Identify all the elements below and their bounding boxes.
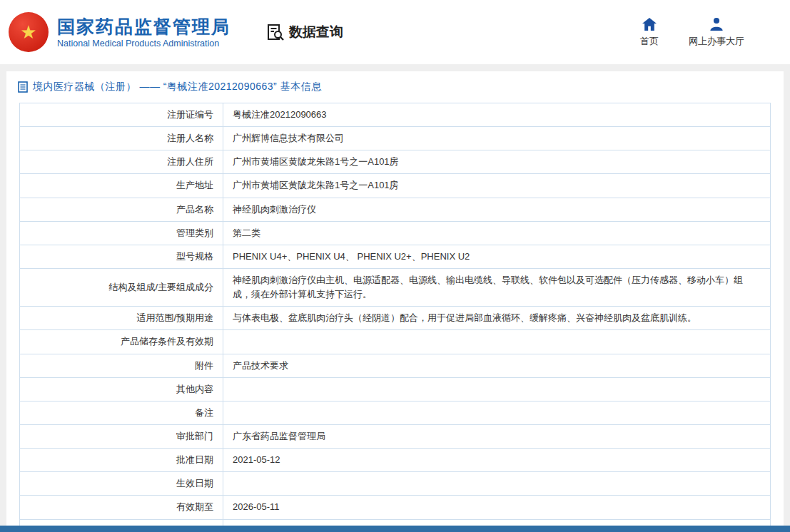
table-row: 型号规格 PHENIX U4+、PHENIX U4、 PHENIX U2+、PH… bbox=[20, 245, 771, 268]
user-icon bbox=[709, 17, 724, 31]
info-table-body: 注册证编号 粤械注准20212090663 注册人名称 广州辉博信息技术有限公司… bbox=[20, 103, 771, 532]
row-value: 2026-05-11 bbox=[223, 496, 771, 519]
row-label: 适用范围/预期用途 bbox=[20, 307, 223, 330]
header-nav: 首页 网上办事大厅 bbox=[640, 17, 744, 48]
row-label: 审批部门 bbox=[20, 424, 223, 448]
site-header: ★ 国家药品监督管理局 National Medical Products Ad… bbox=[0, 0, 790, 64]
table-row: 备注 bbox=[20, 401, 771, 424]
data-query-label: 数据查询 bbox=[289, 23, 343, 41]
home-icon bbox=[642, 17, 657, 31]
nav-item-service-hall[interactable]: 网上办事大厅 bbox=[689, 17, 744, 48]
row-label: 注册人名称 bbox=[20, 127, 223, 150]
row-label: 产品名称 bbox=[20, 198, 223, 221]
table-row: 管理类别 第二类 bbox=[20, 221, 771, 245]
table-row: 有效期至 2026-05-11 bbox=[20, 496, 771, 519]
row-label: 结构及组成/主要组成成分 bbox=[20, 268, 223, 306]
row-label: 有效期至 bbox=[20, 496, 223, 519]
table-row: 注册人住所 广州市黄埔区黄陂龙朱路1号之一A101房 bbox=[20, 150, 771, 174]
row-value: 第二类 bbox=[223, 221, 771, 245]
row-label: 备注 bbox=[20, 401, 223, 424]
row-label: 附件 bbox=[20, 354, 223, 377]
row-value: PHENIX U4+、PHENIX U4、 PHENIX U2+、PHENIX … bbox=[223, 245, 771, 268]
table-row: 生效日期 bbox=[20, 472, 771, 496]
row-value: 广州市黄埔区黄陂龙朱路1号之一A101房 bbox=[223, 150, 771, 174]
row-value: 神经肌肉刺激治疗仪 bbox=[223, 198, 771, 221]
emblem-star-icon: ★ bbox=[20, 23, 36, 41]
table-row: 产品名称 神经肌肉刺激治疗仪 bbox=[20, 198, 771, 221]
table-row: 其他内容 bbox=[20, 377, 771, 401]
table-row: 附件 产品技术要求 bbox=[20, 354, 771, 377]
row-value bbox=[223, 472, 771, 496]
row-value bbox=[223, 377, 771, 401]
row-label: 型号规格 bbox=[20, 245, 223, 268]
nav-item-home[interactable]: 首页 bbox=[640, 17, 659, 48]
row-value: 广东省药品监督管理局 bbox=[223, 424, 771, 448]
row-label: 注册人住所 bbox=[20, 150, 223, 174]
data-query-link[interactable]: 数据查询 bbox=[266, 23, 343, 41]
nav-home-label: 首页 bbox=[640, 35, 659, 48]
table-row: 审批部门 广东省药品监督管理局 bbox=[20, 424, 771, 448]
table-row: 注册人名称 广州辉博信息技术有限公司 bbox=[20, 127, 771, 150]
row-value bbox=[223, 330, 771, 354]
content-panel: 境内医疗器械（注册） —— “粤械注准20212090663” 基本信息 注册证… bbox=[6, 71, 784, 532]
row-value: 广州市黄埔区黄陂龙朱路1号之一A101房 bbox=[223, 174, 771, 198]
row-label: 注册证编号 bbox=[20, 103, 223, 127]
row-label: 生产地址 bbox=[20, 174, 223, 198]
row-value: 2021-05-12 bbox=[223, 449, 771, 472]
table-row: 批准日期 2021-05-12 bbox=[20, 449, 771, 472]
row-label: 批准日期 bbox=[20, 449, 223, 472]
row-label: 管理类别 bbox=[20, 221, 223, 245]
national-emblem-icon: ★ bbox=[9, 12, 49, 52]
registration-info-table: 注册证编号 粤械注准20212090663 注册人名称 广州辉博信息技术有限公司… bbox=[19, 103, 771, 532]
document-icon bbox=[18, 81, 28, 93]
page-title: 境内医疗器械（注册） —— “粤械注准20212090663” 基本信息 bbox=[6, 71, 784, 101]
row-label: 其他内容 bbox=[20, 377, 223, 401]
row-value: 粤械注准20212090663 bbox=[223, 103, 771, 127]
brand-text: 国家药品监督管理局 National Medical Products Admi… bbox=[57, 16, 231, 48]
nav-service-hall-label: 网上办事大厅 bbox=[689, 35, 744, 48]
row-value: 产品技术要求 bbox=[223, 354, 771, 377]
row-label: 生效日期 bbox=[20, 472, 223, 496]
nmpa-brand-link[interactable]: ★ 国家药品监督管理局 National Medical Products Ad… bbox=[9, 12, 231, 52]
table-row: 产品储存条件及有效期 bbox=[20, 330, 771, 354]
table-row: 适用范围/预期用途 与体表电极、盆底肌肉治疗头（经阴道）配合，用于促进局部血液循… bbox=[20, 307, 771, 330]
row-value: 广州辉博信息技术有限公司 bbox=[223, 127, 771, 150]
table-row: 结构及组成/主要组成成分 神经肌肉刺激治疗仪由主机、电源适配器、电源线、输出电缆… bbox=[20, 268, 771, 306]
row-value: 与体表电极、盆底肌肉治疗头（经阴道）配合，用于促进局部血液循环、缓解疼痛、兴奋神… bbox=[223, 307, 771, 330]
org-name-en: National Medical Products Administration bbox=[57, 39, 231, 48]
data-query-icon bbox=[266, 23, 285, 41]
row-label: 产品储存条件及有效期 bbox=[20, 330, 223, 354]
table-row: 注册证编号 粤械注准20212090663 bbox=[20, 103, 771, 127]
footer-bar bbox=[0, 526, 790, 532]
row-value: 神经肌肉刺激治疗仪由主机、电源适配器、电源线、输出电缆线、导联线、软件包以及可选… bbox=[223, 268, 771, 306]
page-title-text: 境内医疗器械（注册） —— “粤械注准20212090663” 基本信息 bbox=[33, 81, 322, 93]
org-name-cn: 国家药品监督管理局 bbox=[57, 16, 231, 37]
table-row: 生产地址 广州市黄埔区黄陂龙朱路1号之一A101房 bbox=[20, 174, 771, 198]
row-value bbox=[223, 401, 771, 424]
